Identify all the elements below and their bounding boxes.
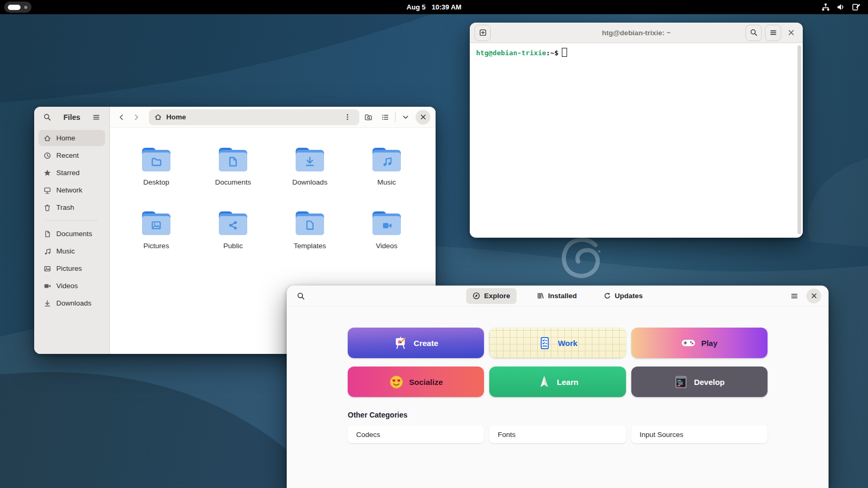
terminal-header[interactable]: htg@debian-trixie: ~ — [470, 23, 803, 43]
view-options-chevron-icon[interactable] — [399, 110, 412, 124]
sidebar-label: Starred — [56, 169, 79, 177]
category-label: Learn — [557, 378, 579, 387]
other-categories: Codecs Fonts Input Sources — [348, 425, 768, 443]
easel-paint-icon — [393, 336, 408, 350]
sidebar-item-network[interactable]: Network — [38, 182, 105, 198]
category-develop[interactable]: Develop — [631, 367, 768, 397]
terminal-search-button[interactable] — [745, 25, 762, 41]
category-learn[interactable]: Learn — [489, 367, 625, 397]
desktop: Files Home Recent Starred — [0, 0, 868, 488]
category-input-sources[interactable]: Input Sources — [631, 425, 768, 443]
clock[interactable]: Aug 5 10:39 AM — [0, 3, 868, 11]
sidebar-item-pictures[interactable]: Pictures — [38, 260, 105, 277]
folder-public[interactable]: Public — [195, 209, 271, 260]
installed-icon — [537, 292, 544, 300]
category-work[interactable]: Work — [489, 328, 625, 358]
wired-network-icon — [821, 3, 830, 12]
code-terminal-icon — [674, 375, 688, 389]
software-header[interactable]: Explore Installed Updates — [287, 286, 829, 307]
trash-icon — [43, 204, 52, 212]
terminal-menu-button[interactable] — [765, 25, 781, 41]
close-button[interactable] — [806, 289, 821, 303]
image-icon — [43, 265, 52, 273]
folder-label: Downloads — [292, 178, 328, 186]
close-button[interactable] — [416, 110, 430, 125]
folder-icon — [216, 145, 250, 174]
network-icon — [43, 186, 52, 195]
compass-icon — [472, 292, 480, 300]
folder-downloads[interactable]: Downloads — [271, 145, 348, 196]
files-header[interactable]: Home — [110, 107, 436, 128]
sidebar-item-starred[interactable]: Starred — [38, 165, 105, 181]
top-bar: Aug 5 10:39 AM — [0, 0, 868, 14]
system-status-area[interactable] — [821, 3, 861, 12]
tab-explore[interactable]: Explore — [466, 288, 517, 304]
terminal-prompt-suffix: :~$ — [546, 49, 558, 57]
forward-button[interactable] — [130, 111, 143, 124]
folder-icon — [369, 209, 404, 237]
list-view-icon[interactable] — [378, 110, 392, 124]
terminal-scrollbar[interactable] — [798, 45, 801, 234]
category-tiles: Create Work Play — [348, 328, 768, 397]
sidebar-item-documents[interactable]: Documents — [38, 226, 105, 242]
hamburger-menu-icon[interactable] — [89, 110, 103, 124]
sidebar-item-downloads[interactable]: Downloads — [38, 295, 105, 311]
back-button[interactable] — [115, 111, 128, 124]
terminal-prompt-user: htg@debian-trixie — [476, 49, 546, 57]
sidebar-item-home[interactable]: Home — [38, 130, 105, 146]
files-toolbar — [361, 110, 430, 125]
other-categories-title: Other Categories — [348, 411, 768, 419]
category-play[interactable]: Play — [631, 328, 768, 358]
category-label: Socialize — [409, 378, 443, 387]
folder-label: Templates — [294, 242, 326, 250]
sidebar-item-trash[interactable]: Trash — [38, 199, 105, 216]
folder-documents[interactable]: Documents — [195, 145, 271, 196]
tab-installed[interactable]: Installed — [530, 288, 583, 304]
category-label: Create — [413, 339, 438, 348]
tab-label: Updates — [615, 292, 643, 300]
category-create[interactable]: Create — [348, 328, 484, 358]
folder-icon — [216, 209, 250, 237]
kebab-menu-icon[interactable] — [340, 110, 354, 124]
category-codecs[interactable]: Codecs — [348, 425, 484, 443]
clock-icon — [43, 151, 52, 160]
folder-music[interactable]: Music — [348, 145, 425, 196]
screencast-icon — [852, 3, 861, 12]
sidebar-label: Downloads — [56, 299, 92, 307]
new-tab-button[interactable] — [475, 25, 491, 41]
toolbar-divider — [395, 113, 396, 122]
document-icon — [43, 230, 52, 238]
category-label: Work — [558, 339, 577, 348]
category-label: Develop — [694, 378, 724, 387]
folder-icon — [139, 209, 174, 237]
sidebar-label: Network — [56, 186, 83, 194]
sidebar-separator — [46, 220, 98, 221]
hamburger-menu-icon[interactable] — [788, 289, 801, 303]
terminal-cursor — [562, 48, 567, 57]
software-window: Explore Installed Updates — [287, 286, 829, 488]
category-fonts[interactable]: Fonts — [489, 425, 625, 443]
folder-videos[interactable]: Videos — [348, 209, 425, 260]
sidebar-item-recent[interactable]: Recent — [38, 147, 105, 164]
search-folder-icon[interactable] — [361, 110, 375, 124]
files-sidebar-header[interactable]: Files — [34, 107, 109, 128]
folder-desktop[interactable]: Desktop — [118, 145, 195, 196]
sidebar-label: Trash — [56, 204, 74, 211]
terminal-window: htg@debian-trixie: ~ htg@debian-trixie:~… — [470, 23, 803, 238]
terminal-close-button[interactable] — [784, 26, 798, 39]
tab-updates[interactable]: Updates — [597, 288, 649, 304]
folder-templates[interactable]: Templates — [271, 209, 348, 260]
folder-label: Desktop — [143, 178, 169, 186]
sidebar-item-music[interactable]: Music — [38, 243, 105, 259]
path-bar[interactable]: Home — [149, 109, 359, 125]
folder-label: Pictures — [144, 242, 169, 250]
category-socialize[interactable]: Socialize — [348, 367, 484, 397]
folder-pictures[interactable]: Pictures — [118, 209, 195, 260]
folder-icon — [292, 209, 327, 237]
folder-label: Public — [224, 242, 243, 250]
sidebar-label: Pictures — [56, 265, 82, 272]
video-icon — [43, 282, 52, 290]
terminal-body[interactable]: htg@debian-trixie:~$ — [470, 43, 803, 237]
folder-icon — [139, 145, 174, 174]
sidebar-item-videos[interactable]: Videos — [38, 278, 105, 294]
